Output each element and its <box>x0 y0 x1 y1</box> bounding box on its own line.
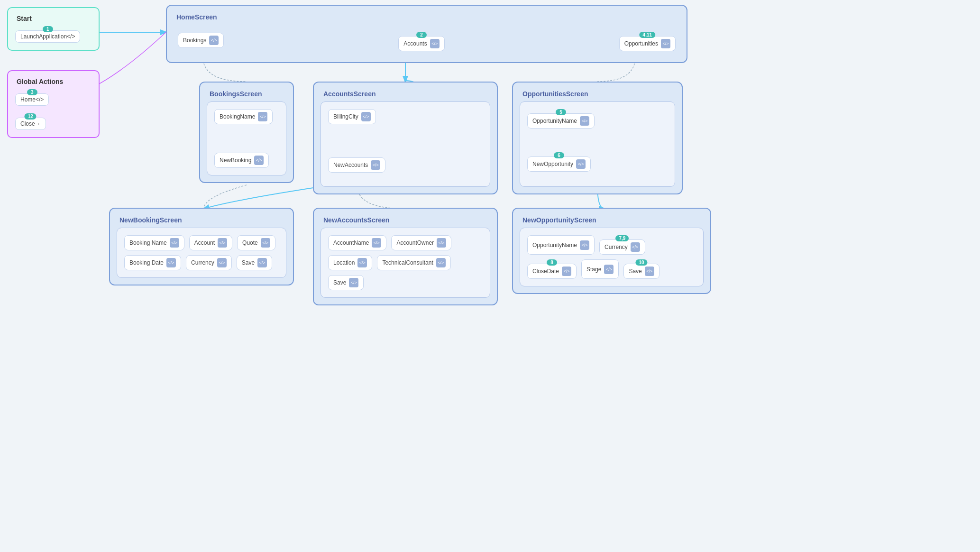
accounts-screen-node: AccountsScreen BillingCity </> NewAccoun… <box>313 82 498 194</box>
location-field[interactable]: Location </> <box>328 255 372 270</box>
technical-consultant-label: TechnicalConsultant <box>382 259 433 266</box>
launch-code-icon[interactable]: </> <box>67 33 75 40</box>
booking-name-label: BookingName <box>220 113 255 120</box>
account-field-label: Account <box>194 239 215 246</box>
booking-name-code-icon[interactable]: </> <box>258 112 267 121</box>
close-date-field[interactable]: 8 CloseDate </> <box>527 264 577 279</box>
accounts-screen-title: AccountsScreen <box>319 87 492 100</box>
home-label: Home <box>20 96 36 103</box>
save-accounts-field[interactable]: Save </> <box>328 275 364 290</box>
currency-field[interactable]: Currency </> <box>186 255 232 270</box>
technical-consultant-icon[interactable]: </> <box>436 258 446 267</box>
save-opp-field[interactable]: 10 Save </> <box>623 264 659 279</box>
global-actions-node: Global Actions 3 Home </> 12 Close → <box>7 70 100 138</box>
booking-date-field-icon[interactable]: </> <box>166 258 176 267</box>
opportunities-badge: 4,11 <box>640 32 655 38</box>
new-accounts-label: NewAccounts <box>333 162 368 168</box>
close-date-badge: 8 <box>547 259 557 266</box>
billing-city-code-icon[interactable]: </> <box>361 112 371 121</box>
new-accounts-screen-node: NewAccountsScreen AccountName </> Accoun… <box>313 208 498 305</box>
opp-name-field-icon[interactable]: </> <box>580 240 589 250</box>
technical-consultant-field[interactable]: TechnicalConsultant </> <box>377 255 450 270</box>
close-date-label: CloseDate <box>532 268 559 275</box>
account-field-icon[interactable]: </> <box>218 238 227 248</box>
home-badge: 3 <box>27 89 37 95</box>
opp-name-code-icon[interactable]: </> <box>580 116 589 126</box>
account-owner-field-icon[interactable]: </> <box>437 238 446 248</box>
booking-name-field[interactable]: Booking Name </> <box>124 235 184 250</box>
bookings-code-icon[interactable]: </> <box>209 36 219 45</box>
opportunities-screen-node: OpportunitiesScreen 5 OpportunityName </… <box>512 82 683 194</box>
bookings-label: Bookings <box>183 37 206 44</box>
new-opp-currency-label: Currency <box>604 244 628 250</box>
close-badge: 12 <box>25 113 37 120</box>
location-field-label: Location <box>333 259 355 266</box>
account-name-field[interactable]: AccountName </> <box>328 235 386 250</box>
account-field[interactable]: Account </> <box>189 235 232 250</box>
save-booking-field[interactable]: Save </> <box>237 255 272 270</box>
stage-field[interactable]: Stage </> <box>581 259 619 279</box>
bookings-screen-node: BookingsScreen BookingName </> NewBookin… <box>199 82 294 183</box>
account-owner-field[interactable]: AccountOwner </> <box>391 235 451 250</box>
save-accounts-icon[interactable]: </> <box>349 278 358 287</box>
close-arrow-icon[interactable]: → <box>35 120 41 127</box>
new-opp-badge: 6 <box>554 152 564 158</box>
opportunities-label: Opportunities <box>624 40 658 47</box>
quote-field[interactable]: Quote </> <box>237 235 275 250</box>
close-date-icon[interactable]: </> <box>562 267 571 276</box>
new-booking-screen-title: NewBookingScreen <box>115 213 288 226</box>
accounts-code-icon[interactable]: </> <box>430 39 440 48</box>
new-opp-currency-icon[interactable]: </> <box>631 242 640 252</box>
new-opportunity-screen-title: NewOpportunityScreen <box>518 213 705 226</box>
home-bookings-item[interactable]: Bookings </> <box>178 33 224 48</box>
home-code-icon[interactable]: </> <box>36 96 44 103</box>
booking-date-field-label: Booking Date <box>129 259 164 266</box>
home-accounts-item[interactable]: 2 Accounts </> <box>398 36 444 51</box>
currency-badge: 7,9 <box>615 235 629 241</box>
opportunities-code-icon[interactable]: </> <box>661 39 670 48</box>
start-node: Start 1 LaunchApplication </> <box>7 7 100 51</box>
new-booking-item[interactable]: NewBooking </> <box>214 153 269 168</box>
new-accounts-item[interactable]: NewAccounts </> <box>328 157 385 173</box>
quote-field-icon[interactable]: </> <box>261 238 270 248</box>
new-booking-code-icon[interactable]: </> <box>254 156 264 165</box>
opp-name-badge: 5 <box>556 109 566 115</box>
new-opp-code-icon[interactable]: </> <box>576 159 586 169</box>
account-name-field-label: AccountName <box>333 239 369 246</box>
bookings-screen-title: BookingsScreen <box>205 87 288 100</box>
new-opportunity-screen-node: NewOpportunityScreen OpportunityName </>… <box>512 208 711 294</box>
opp-name-field[interactable]: OpportunityName </> <box>527 235 595 255</box>
new-booking-screen-node: NewBookingScreen Booking Name </> Accoun… <box>109 208 294 285</box>
stage-icon[interactable]: </> <box>604 265 614 274</box>
opp-name-field-label: OpportunityName <box>532 242 577 248</box>
new-booking-label: NewBooking <box>220 157 251 164</box>
location-field-icon[interactable]: </> <box>357 258 367 267</box>
billing-city-item[interactable]: BillingCity </> <box>328 109 376 124</box>
opportunity-name-item[interactable]: 5 OpportunityName </> <box>527 113 595 129</box>
new-accounts-code-icon[interactable]: </> <box>371 160 380 170</box>
close-label: Close <box>20 120 35 127</box>
save-opp-badge: 10 <box>636 259 648 266</box>
account-owner-field-label: AccountOwner <box>396 239 434 246</box>
accounts-badge: 2 <box>416 32 427 38</box>
save-accounts-label: Save <box>333 279 346 286</box>
booking-name-field-icon[interactable]: </> <box>170 238 179 248</box>
home-opportunities-item[interactable]: 4,11 Opportunities </> <box>619 36 676 51</box>
booking-date-field[interactable]: Booking Date </> <box>124 255 181 270</box>
home-screen-node: HomeScreen Bookings </> 2 Accounts </> 4… <box>166 5 687 63</box>
currency-field-icon[interactable]: </> <box>217 258 227 267</box>
save-booking-icon[interactable]: </> <box>257 258 267 267</box>
stage-label: Stage <box>586 266 601 273</box>
new-opportunity-item[interactable]: 6 NewOpportunity </> <box>527 156 591 172</box>
global-title: Global Actions <box>13 76 94 87</box>
start-title: Start <box>13 13 94 24</box>
quote-field-label: Quote <box>242 239 258 246</box>
booking-name-item[interactable]: BookingName </> <box>214 109 273 124</box>
new-opp-currency-field[interactable]: 7,9 Currency </> <box>599 239 645 255</box>
account-name-field-icon[interactable]: </> <box>372 238 381 248</box>
save-opp-label: Save <box>629 268 641 275</box>
home-screen-title: HomeScreen <box>172 10 682 23</box>
save-opp-icon[interactable]: </> <box>645 267 654 276</box>
new-opportunity-label: NewOpportunity <box>532 161 573 167</box>
billing-city-label: BillingCity <box>333 113 358 120</box>
